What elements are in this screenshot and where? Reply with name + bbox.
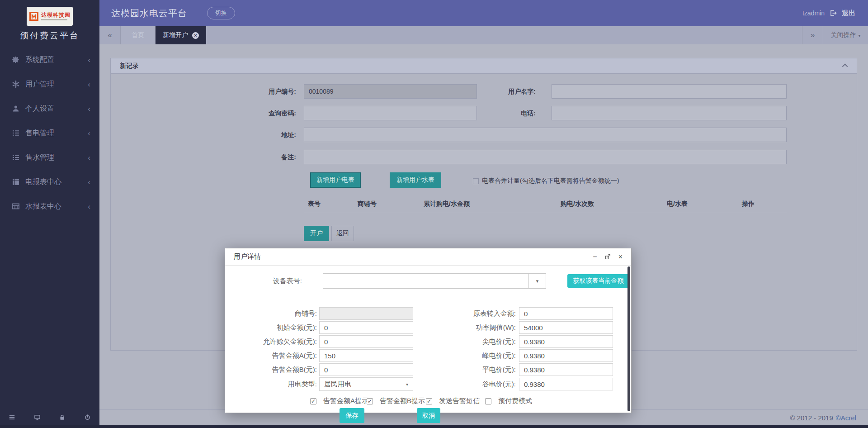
electricity-type-select[interactable]: 居民用电 ▾: [319, 377, 413, 391]
valley-price-label: 谷电价(元):: [430, 380, 516, 389]
monitor-icon[interactable]: [34, 414, 40, 420]
alarm-amount-b-label: 告警金额B(元):: [231, 366, 317, 374]
shop-no-field[interactable]: [319, 307, 413, 320]
sidebar-item-system-config[interactable]: 系统配置 ‹: [0, 48, 99, 72]
close-operations-dropdown[interactable]: 关闭操作 ▾: [823, 26, 868, 44]
add-electric-meter-button[interactable]: 新增用户电表: [310, 172, 361, 188]
address-field[interactable]: [304, 128, 787, 142]
sidebar-item-user-management[interactable]: 用户管理 ‹: [0, 72, 99, 96]
chevron-down-icon: ▾: [536, 278, 539, 284]
allowed-arrears-field[interactable]: [319, 335, 413, 348]
sidebar-item-label: 个人设置: [25, 104, 54, 114]
sidebar-item-label: 售水管理: [25, 153, 54, 162]
device-meter-combobox[interactable]: ▾: [323, 273, 546, 289]
table-header-divider: [304, 212, 787, 212]
company-logo: 达模科技园: [27, 7, 73, 26]
power-threshold-field[interactable]: [519, 321, 613, 334]
alarm-a-tip-checkbox[interactable]: [310, 398, 316, 404]
user-detail-modal: 用户详情 − × 设备表号: ▾ 获取该表当前金额 商铺号: 初始金额(元): …: [225, 248, 632, 413]
scroll-tabs-left-button[interactable]: «: [99, 26, 120, 44]
electricity-type-value: 居民用电: [324, 380, 351, 389]
valley-price-field[interactable]: [519, 378, 613, 390]
minimize-icon[interactable]: −: [593, 253, 597, 261]
initial-amount-field[interactable]: [319, 321, 413, 334]
prepaid-mode-checkbox[interactable]: [485, 398, 491, 404]
flat-price-field[interactable]: [519, 363, 613, 376]
modal-body: 设备表号: ▾ 获取该表当前金额 商铺号: 初始金额(元): 允许赊欠金额(元)…: [225, 266, 631, 413]
alarm-b-tip-option: 告警金额B提示: [367, 397, 425, 405]
transfer-amount-field[interactable]: [519, 307, 613, 320]
menu-icon[interactable]: [9, 414, 15, 420]
chevron-left-icon: ‹: [88, 154, 90, 162]
close-icon[interactable]: ×: [618, 253, 623, 261]
user-no-label: 用户编号:: [219, 84, 296, 99]
prepaid-mode-label: 预付费模式: [498, 397, 532, 405]
tab-bar: « 首页 新增开户 × » 关闭操作 ▾: [99, 26, 868, 44]
alarm-amount-b-field[interactable]: [319, 363, 413, 376]
tab-home[interactable]: 首页: [120, 26, 156, 44]
user-name-field[interactable]: [552, 84, 787, 99]
table-header-meter-type: 电/水表: [667, 200, 688, 208]
app-title: 达模园水电云平台: [111, 7, 187, 19]
query-password-label: 查询密码:: [219, 106, 296, 120]
tab-new-account[interactable]: 新增开户 ×: [156, 26, 206, 44]
save-button[interactable]: 保存: [340, 408, 364, 423]
user-icon: [12, 105, 19, 112]
list-icon: [12, 129, 19, 137]
gear-icon: [12, 56, 19, 63]
alarm-b-tip-checkbox[interactable]: [367, 398, 373, 404]
cancel-button[interactable]: 取消: [417, 408, 440, 423]
chevron-down-icon: ▾: [406, 382, 408, 387]
lock-icon[interactable]: [59, 414, 65, 420]
phone-field[interactable]: [552, 106, 787, 120]
power-icon[interactable]: [85, 414, 90, 420]
fetch-current-amount-button[interactable]: 获取该表当前金额: [567, 274, 629, 288]
logout-button[interactable]: 退出: [842, 9, 855, 18]
logout-icon[interactable]: [830, 10, 837, 17]
tabbar-spacer: [206, 26, 802, 44]
tab-close-icon[interactable]: ×: [192, 32, 199, 39]
top-header: 达模园水电云平台 切换 tzadmin 退出: [99, 0, 868, 26]
alarm-b-tip-label: 告警金额B提示: [380, 397, 425, 405]
sidebar-item-label: 用户管理: [25, 80, 54, 89]
chevron-left-icon: ‹: [88, 178, 90, 186]
address-label: 地址:: [219, 128, 296, 142]
combo-dropdown-button[interactable]: ▾: [528, 274, 546, 288]
brand-link[interactable]: ©Acrel: [836, 414, 856, 422]
panel-header: 新记录: [111, 58, 857, 74]
chevron-left-icon: ‹: [88, 105, 90, 113]
open-account-button[interactable]: 开户: [304, 226, 329, 241]
peak-price-field[interactable]: [519, 349, 613, 362]
switch-button[interactable]: 切换: [207, 7, 235, 19]
sidebar-item-water-sales[interactable]: 售水管理 ‹: [0, 145, 99, 170]
logo-subtitle-bar: [41, 19, 67, 20]
allowed-arrears-label: 允许赊欠金额(元):: [231, 338, 317, 346]
sharp-price-field[interactable]: [519, 335, 613, 348]
merge-metering-checkbox[interactable]: [473, 178, 479, 184]
table-header-meter-no: 表号: [308, 200, 321, 208]
modal-scrollbar[interactable]: [627, 266, 630, 411]
query-password-field[interactable]: [304, 106, 477, 120]
sidebar-item-personal-settings[interactable]: 个人设置 ‹: [0, 96, 99, 121]
alarm-amount-a-field[interactable]: [319, 349, 413, 362]
remark-label: 备注:: [219, 150, 296, 164]
back-button[interactable]: 返回: [331, 226, 354, 241]
modal-title: 用户详情: [234, 252, 261, 261]
remark-field[interactable]: [304, 150, 787, 164]
user-no-field[interactable]: [304, 84, 477, 99]
sidebar-item-label: 水报表中心: [25, 202, 61, 211]
platform-title: 预付费云平台: [0, 30, 99, 42]
add-water-meter-button[interactable]: 新增用户水表: [390, 172, 441, 188]
power-threshold-label: 功率阈值(W):: [430, 323, 516, 332]
prepaid-mode-option: 预付费模式: [485, 397, 532, 405]
alarm-amount-a-label: 告警金额A(元):: [231, 352, 317, 360]
send-alarm-sms-checkbox[interactable]: [426, 398, 432, 404]
maximize-icon[interactable]: [605, 254, 611, 260]
scroll-tabs-right-button[interactable]: »: [802, 26, 823, 44]
phone-label: 电话:: [463, 106, 536, 120]
sidebar-item-electricity-report-center[interactable]: 电报表中心 ‹: [0, 170, 99, 194]
sidebar-item-electricity-sales[interactable]: 售电管理 ‹: [0, 121, 99, 145]
alarm-a-tip-label: 告警金额A提示: [323, 397, 368, 405]
collapse-panel-icon[interactable]: [842, 64, 848, 70]
sidebar-item-water-report-center[interactable]: 水报表中心 ‹: [0, 194, 99, 219]
